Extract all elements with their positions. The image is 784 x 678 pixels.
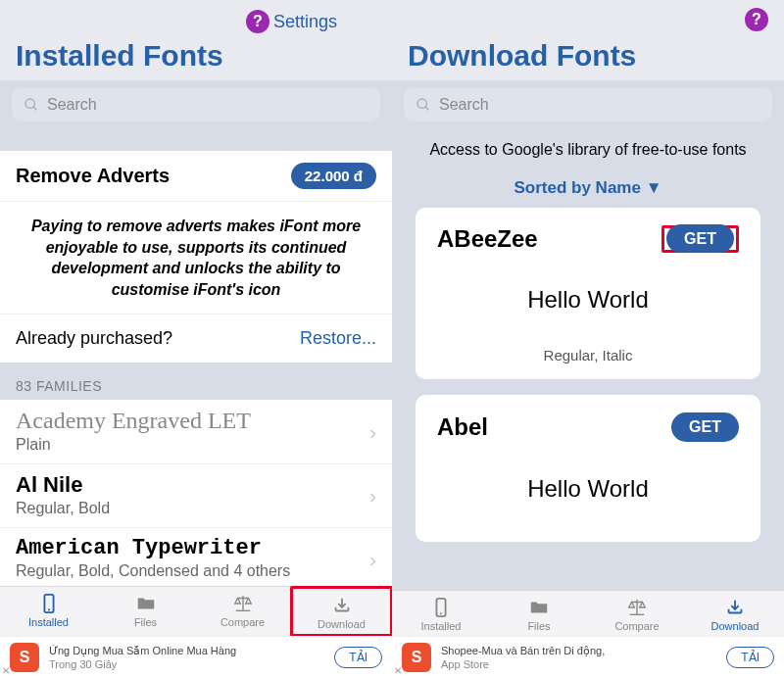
tab-label: Installed — [421, 620, 462, 632]
font-name: Academy Engraved LET — [16, 408, 376, 434]
search-placeholder: Search — [439, 96, 489, 114]
download-icon — [722, 597, 748, 618]
ad-text: Shopee-Mua và Bán trên Di động, App Stor… — [441, 644, 716, 672]
font-styles: Plain — [16, 436, 376, 454]
get-highlight: GET — [662, 225, 739, 253]
font-styles: Regular, Bold — [16, 500, 376, 517]
tab-label: Download — [318, 618, 366, 630]
remove-adverts-desc: Paying to remove adverts makes iFont mor… — [0, 202, 392, 315]
screen-installed: ? Settings Installed Fonts Search Remove… — [0, 0, 392, 678]
already-label: Already purchased? — [16, 328, 172, 349]
ad-line2: Trong 30 Giây — [49, 657, 324, 671]
ad-line1: Ứng Dụng Mua Sắm Online Mua Hàng — [49, 644, 324, 657]
font-card-name: Abel — [437, 413, 488, 441]
font-card[interactable]: Abel GET Hello World — [416, 395, 760, 542]
svg-line-7 — [425, 107, 428, 110]
families-header: 83 FAMILIES — [0, 363, 392, 400]
header-right: ? Download Fonts — [392, 0, 784, 80]
phone-icon — [36, 593, 62, 614]
ad-banner-right[interactable]: ✕ S Shopee-Mua và Bán trên Di động, App … — [392, 636, 784, 678]
get-button[interactable]: GET — [666, 224, 734, 253]
font-name: Al Nile — [16, 472, 376, 498]
font-row[interactable]: Academy Engraved LET Plain › — [0, 400, 392, 463]
restore-button[interactable]: Restore... — [300, 328, 376, 349]
ad-banner-left[interactable]: ✕ S Ứng Dụng Mua Sắm Online Mua Hàng Tro… — [0, 636, 392, 678]
chevron-right-icon: › — [369, 548, 376, 570]
get-button[interactable]: GET — [671, 412, 739, 442]
shopee-icon: S — [10, 643, 39, 672]
phone-icon — [428, 597, 454, 618]
chevron-right-icon: › — [369, 485, 376, 508]
search-placeholder: Search — [47, 96, 97, 114]
ad-line1: Shopee-Mua và Bán trên Di động, — [441, 644, 716, 657]
folder-icon — [133, 593, 159, 614]
search-icon — [24, 97, 39, 113]
tab-files[interactable]: Files — [490, 591, 588, 636]
page-title-installed: Installed Fonts — [16, 39, 376, 73]
tab-label: Compare — [220, 616, 265, 628]
chevron-right-icon: › — [369, 420, 376, 443]
shopee-icon: S — [402, 643, 431, 672]
tabbar-right: Installed Files Compare Download — [392, 590, 784, 636]
font-card-name: ABeeZee — [437, 225, 538, 253]
font-styles: Regular, Italic — [416, 341, 760, 367]
tab-label: Files — [527, 620, 550, 632]
page-title-download: Download Fonts — [408, 39, 768, 73]
tab-installed[interactable]: Installed — [0, 587, 97, 636]
scale-icon — [230, 593, 256, 614]
tab-compare[interactable]: Compare — [194, 587, 291, 636]
tab-files[interactable]: Files — [97, 587, 194, 636]
settings-label: Settings — [273, 12, 337, 32]
remove-adverts-card: Remove Adverts 22.000 đ Paying to remove… — [0, 151, 392, 363]
library-info: Access to Google's library of free-to-us… — [392, 121, 784, 169]
tab-label: Compare — [614, 620, 659, 632]
tab-download[interactable]: Download — [686, 591, 784, 636]
scale-icon — [624, 597, 650, 618]
ad-line2: App Store — [441, 657, 716, 671]
search-input-left[interactable]: Search — [12, 88, 380, 121]
ad-close-icon[interactable]: ✕ — [394, 665, 402, 676]
svg-point-0 — [25, 99, 34, 108]
download-icon — [329, 595, 355, 616]
tab-compare[interactable]: Compare — [588, 591, 686, 636]
ad-install-button[interactable]: TẢI — [726, 647, 774, 668]
folder-icon — [526, 597, 552, 618]
font-styles: Regular, Bold, Condensed and 4 others — [16, 562, 376, 580]
font-row[interactable]: American Typewriter Regular, Bold, Conde… — [0, 527, 392, 586]
svg-point-6 — [417, 99, 426, 108]
ad-install-button[interactable]: TẢI — [334, 647, 382, 668]
tab-label: Files — [134, 616, 157, 628]
help-icon[interactable]: ? — [745, 8, 768, 31]
header-left: ? Settings Installed Fonts — [0, 0, 392, 80]
font-card[interactable]: ABeeZee GET Hello World Regular, Italic — [416, 208, 760, 379]
tab-installed[interactable]: Installed — [392, 591, 490, 636]
search-icon — [416, 97, 431, 113]
tab-label: Download — [711, 620, 760, 632]
svg-line-1 — [33, 107, 36, 110]
font-name: American Typewriter — [16, 536, 376, 560]
font-list: Academy Engraved LET Plain › Al Nile Reg… — [0, 400, 392, 586]
tabbar-left: Installed Files Compare Download — [0, 586, 392, 636]
already-purchased-row[interactable]: Already purchased? Restore... — [0, 315, 392, 363]
tab-download[interactable]: Download — [290, 586, 393, 637]
search-input-right[interactable]: Search — [404, 88, 772, 121]
price-pill[interactable]: 22.000 đ — [291, 163, 376, 189]
content-left: Remove Adverts 22.000 đ Paying to remove… — [0, 121, 392, 586]
help-icon[interactable]: ? — [246, 10, 270, 33]
content-right: Access to Google's library of free-to-us… — [392, 121, 784, 590]
font-row[interactable]: Al Nile Regular, Bold › — [0, 463, 392, 527]
sort-button[interactable]: Sorted by Name ▼ — [392, 169, 784, 208]
ad-text: Ứng Dụng Mua Sắm Online Mua Hàng Trong 3… — [49, 644, 324, 672]
settings-link[interactable]: ? Settings — [246, 10, 337, 33]
tab-label: Installed — [28, 616, 69, 628]
font-preview: Hello World — [416, 263, 760, 341]
ad-close-icon[interactable]: ✕ — [2, 665, 10, 676]
font-preview: Hello World — [416, 452, 760, 530]
remove-adverts-label: Remove Adverts — [16, 165, 170, 187]
screen-download: ? Download Fonts Search Access to Google… — [392, 0, 784, 678]
remove-adverts-row[interactable]: Remove Adverts 22.000 đ — [0, 151, 392, 202]
